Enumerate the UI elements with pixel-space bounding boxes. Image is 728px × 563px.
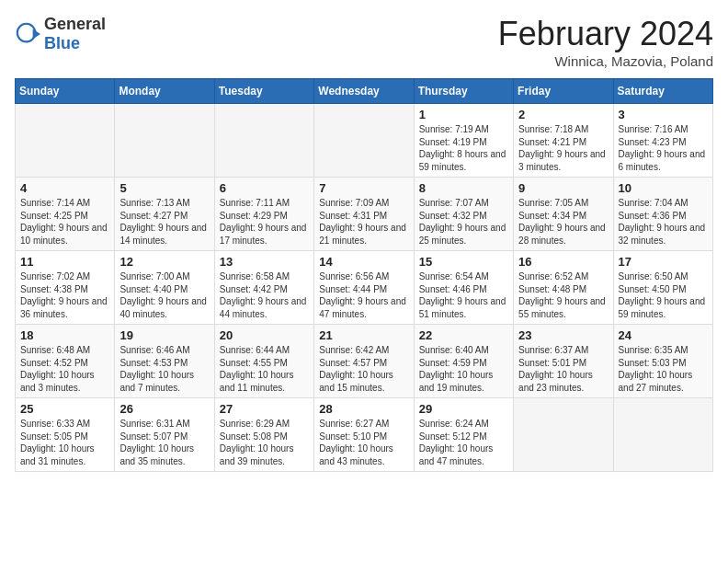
day-info: Sunrise: 7:19 AM Sunset: 4:19 PM Dayligh… bbox=[419, 123, 508, 173]
day-info: Sunrise: 7:11 AM Sunset: 4:29 PM Dayligh… bbox=[220, 197, 309, 247]
day-number: 22 bbox=[419, 328, 508, 342]
day-cell: 3Sunrise: 7:16 AM Sunset: 4:23 PM Daylig… bbox=[613, 104, 712, 178]
day-info: Sunrise: 6:29 AM Sunset: 5:08 PM Dayligh… bbox=[220, 418, 309, 467]
week-row-2: 11Sunrise: 7:02 AM Sunset: 4:38 PM Dayli… bbox=[16, 251, 713, 325]
day-cell bbox=[314, 104, 414, 178]
day-cell: 29Sunrise: 6:24 AM Sunset: 5:12 PM Dayli… bbox=[414, 398, 513, 472]
day-cell: 18Sunrise: 6:48 AM Sunset: 4:52 PM Dayli… bbox=[16, 325, 115, 398]
day-info: Sunrise: 7:02 AM Sunset: 4:38 PM Dayligh… bbox=[20, 270, 109, 320]
day-cell: 28Sunrise: 6:27 AM Sunset: 5:10 PM Dayli… bbox=[314, 398, 414, 472]
week-row-1: 4Sunrise: 7:14 AM Sunset: 4:25 PM Daylig… bbox=[16, 178, 713, 251]
day-info: Sunrise: 6:40 AM Sunset: 4:59 PM Dayligh… bbox=[419, 344, 508, 394]
day-number: 7 bbox=[319, 181, 408, 195]
day-number: 13 bbox=[220, 255, 309, 269]
week-row-3: 18Sunrise: 6:48 AM Sunset: 4:52 PM Dayli… bbox=[16, 325, 713, 398]
day-cell: 6Sunrise: 7:11 AM Sunset: 4:29 PM Daylig… bbox=[214, 178, 313, 251]
day-info: Sunrise: 7:05 AM Sunset: 4:34 PM Dayligh… bbox=[518, 197, 608, 247]
day-info: Sunrise: 7:18 AM Sunset: 4:21 PM Dayligh… bbox=[518, 123, 608, 173]
day-info: Sunrise: 7:14 AM Sunset: 4:25 PM Dayligh… bbox=[20, 197, 109, 247]
day-number: 18 bbox=[20, 328, 109, 342]
day-cell: 15Sunrise: 6:54 AM Sunset: 4:46 PM Dayli… bbox=[414, 251, 513, 325]
day-number: 24 bbox=[619, 328, 708, 342]
day-number: 11 bbox=[20, 255, 109, 269]
day-number: 29 bbox=[419, 402, 508, 416]
day-number: 3 bbox=[619, 108, 708, 121]
week-row-4: 25Sunrise: 6:33 AM Sunset: 5:05 PM Dayli… bbox=[16, 398, 713, 472]
day-number: 25 bbox=[20, 402, 109, 416]
day-info: Sunrise: 6:35 AM Sunset: 5:03 PM Dayligh… bbox=[619, 344, 708, 394]
day-cell: 12Sunrise: 7:00 AM Sunset: 4:40 PM Dayli… bbox=[115, 251, 214, 325]
day-number: 12 bbox=[119, 255, 209, 269]
weekday-header-friday: Friday bbox=[514, 79, 613, 104]
day-info: Sunrise: 6:24 AM Sunset: 5:12 PM Dayligh… bbox=[419, 418, 508, 467]
day-cell bbox=[16, 104, 115, 178]
day-info: Sunrise: 7:00 AM Sunset: 4:40 PM Dayligh… bbox=[119, 270, 209, 320]
day-cell: 24Sunrise: 6:35 AM Sunset: 5:03 PM Dayli… bbox=[613, 325, 712, 398]
weekday-header-thursday: Thursday bbox=[414, 79, 513, 104]
subtitle: Winnica, Mazovia, Poland bbox=[498, 53, 713, 69]
day-number: 6 bbox=[220, 181, 309, 195]
day-number: 26 bbox=[119, 402, 209, 416]
day-cell: 22Sunrise: 6:40 AM Sunset: 4:59 PM Dayli… bbox=[414, 325, 513, 398]
day-info: Sunrise: 7:07 AM Sunset: 4:32 PM Dayligh… bbox=[419, 197, 508, 247]
day-number: 16 bbox=[518, 255, 608, 269]
logo-general: General bbox=[44, 15, 106, 33]
day-cell: 20Sunrise: 6:44 AM Sunset: 4:55 PM Dayli… bbox=[214, 325, 313, 398]
day-number: 10 bbox=[619, 181, 708, 195]
day-cell: 26Sunrise: 6:31 AM Sunset: 5:07 PM Dayli… bbox=[115, 398, 214, 472]
weekday-header-row: SundayMondayTuesdayWednesdayThursdayFrid… bbox=[16, 79, 713, 104]
weekday-header-wednesday: Wednesday bbox=[314, 79, 414, 104]
calendar: SundayMondayTuesdayWednesdayThursdayFrid… bbox=[15, 78, 713, 472]
day-cell: 21Sunrise: 6:42 AM Sunset: 4:57 PM Dayli… bbox=[314, 325, 414, 398]
day-number: 19 bbox=[119, 328, 209, 342]
day-number: 5 bbox=[119, 181, 209, 195]
day-cell: 10Sunrise: 7:04 AM Sunset: 4:36 PM Dayli… bbox=[613, 178, 712, 251]
day-info: Sunrise: 6:27 AM Sunset: 5:10 PM Dayligh… bbox=[319, 418, 408, 467]
day-info: Sunrise: 7:04 AM Sunset: 4:36 PM Dayligh… bbox=[619, 197, 708, 247]
day-number: 14 bbox=[319, 255, 408, 269]
day-cell bbox=[613, 398, 712, 472]
day-number: 8 bbox=[419, 181, 508, 195]
day-info: Sunrise: 6:42 AM Sunset: 4:57 PM Dayligh… bbox=[319, 344, 408, 394]
svg-marker-1 bbox=[33, 29, 40, 39]
day-info: Sunrise: 6:44 AM Sunset: 4:55 PM Dayligh… bbox=[220, 344, 309, 394]
day-info: Sunrise: 6:46 AM Sunset: 4:53 PM Dayligh… bbox=[119, 344, 209, 394]
logo-blue: Blue bbox=[44, 34, 80, 52]
logo: General Blue bbox=[15, 15, 106, 53]
weekday-header-sunday: Sunday bbox=[16, 79, 115, 104]
day-cell bbox=[514, 398, 613, 472]
day-info: Sunrise: 7:16 AM Sunset: 4:23 PM Dayligh… bbox=[619, 123, 708, 173]
day-info: Sunrise: 7:09 AM Sunset: 4:31 PM Dayligh… bbox=[319, 197, 408, 247]
day-info: Sunrise: 6:48 AM Sunset: 4:52 PM Dayligh… bbox=[20, 344, 109, 394]
day-info: Sunrise: 6:31 AM Sunset: 5:07 PM Dayligh… bbox=[119, 418, 209, 467]
day-info: Sunrise: 6:50 AM Sunset: 4:50 PM Dayligh… bbox=[619, 270, 708, 320]
day-cell bbox=[214, 104, 313, 178]
day-number: 9 bbox=[518, 181, 608, 195]
day-cell: 9Sunrise: 7:05 AM Sunset: 4:34 PM Daylig… bbox=[514, 178, 613, 251]
day-info: Sunrise: 6:58 AM Sunset: 4:42 PM Dayligh… bbox=[220, 270, 309, 320]
week-row-0: 1Sunrise: 7:19 AM Sunset: 4:19 PM Daylig… bbox=[16, 104, 713, 178]
weekday-header-tuesday: Tuesday bbox=[214, 79, 313, 104]
day-number: 2 bbox=[518, 108, 608, 121]
day-number: 27 bbox=[220, 402, 309, 416]
day-cell: 4Sunrise: 7:14 AM Sunset: 4:25 PM Daylig… bbox=[16, 178, 115, 251]
day-number: 20 bbox=[220, 328, 309, 342]
day-info: Sunrise: 6:37 AM Sunset: 5:01 PM Dayligh… bbox=[518, 344, 608, 394]
day-cell: 14Sunrise: 6:56 AM Sunset: 4:44 PM Dayli… bbox=[314, 251, 414, 325]
day-number: 4 bbox=[20, 181, 109, 195]
day-cell: 25Sunrise: 6:33 AM Sunset: 5:05 PM Dayli… bbox=[16, 398, 115, 472]
day-cell: 11Sunrise: 7:02 AM Sunset: 4:38 PM Dayli… bbox=[16, 251, 115, 325]
day-cell bbox=[115, 104, 214, 178]
title-area: February 2024 Winnica, Mazovia, Poland bbox=[498, 15, 713, 69]
day-info: Sunrise: 6:52 AM Sunset: 4:48 PM Dayligh… bbox=[518, 270, 608, 320]
day-cell: 19Sunrise: 6:46 AM Sunset: 4:53 PM Dayli… bbox=[115, 325, 214, 398]
day-cell: 2Sunrise: 7:18 AM Sunset: 4:21 PM Daylig… bbox=[514, 104, 613, 178]
day-info: Sunrise: 7:13 AM Sunset: 4:27 PM Dayligh… bbox=[119, 197, 209, 247]
day-info: Sunrise: 6:56 AM Sunset: 4:44 PM Dayligh… bbox=[319, 270, 408, 320]
day-cell: 16Sunrise: 6:52 AM Sunset: 4:48 PM Dayli… bbox=[514, 251, 613, 325]
header: General Blue February 2024 Winnica, Mazo… bbox=[15, 15, 713, 69]
day-cell: 7Sunrise: 7:09 AM Sunset: 4:31 PM Daylig… bbox=[314, 178, 414, 251]
day-number: 23 bbox=[518, 328, 608, 342]
day-cell: 8Sunrise: 7:07 AM Sunset: 4:32 PM Daylig… bbox=[414, 178, 513, 251]
weekday-header-monday: Monday bbox=[115, 79, 214, 104]
